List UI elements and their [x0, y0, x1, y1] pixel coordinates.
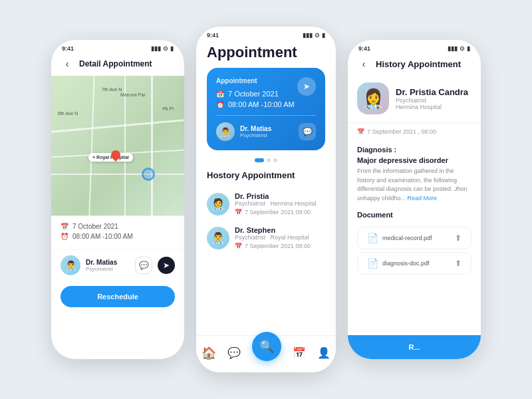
file-name-2: diagnosis-doc.pdf: [382, 260, 430, 267]
doctor-name: Dr. Matias: [86, 259, 135, 266]
dot-2: [267, 158, 271, 162]
history-item-2[interactable]: 👨‍⚕️ Dr. Stephen Psychiatrist Royal Hosp…: [196, 221, 336, 255]
map-road: [88, 76, 94, 215]
search-button[interactable]: 🔍: [252, 332, 281, 361]
history-date-row-2: 📅 7 September 2021 08:00: [235, 243, 325, 249]
history-section-title: Hostory Appointment: [196, 170, 336, 187]
card-clock-icon: ⏰: [216, 101, 224, 108]
p1-title: Detail Appointment: [79, 59, 152, 68]
card-doc-name: Dr. Matias: [240, 125, 271, 132]
phone-appointment: 9:41 ▮▮▮ ⊙ ▮ Appointment Appointment 📅 7…: [196, 27, 336, 372]
document-item-2[interactable]: 📄 diagnosis-doc.pdf ⬆: [357, 252, 471, 275]
nav-calendar[interactable]: 📅: [293, 346, 306, 359]
p3-document-section: Document: [348, 205, 481, 224]
card-doc-avatar: 👨‍⚕️: [216, 122, 235, 141]
card-time-row: ⏰ 08:00 AM -10:00 AM: [216, 100, 316, 108]
p3-date-row: 📅 7 September 2021 , 08:00: [348, 123, 481, 140]
p3-calendar-icon: 📅: [357, 128, 364, 135]
home-icon: 🏠: [201, 346, 216, 360]
nav-home[interactable]: 🏠: [201, 346, 216, 360]
file-icon-2: 📄: [367, 258, 378, 269]
hist-calendar-icon-2: 📅: [235, 243, 242, 249]
document-item-1[interactable]: 📄 medical-record.pdf ⬆: [357, 227, 471, 249]
p3-doctor-details: Dr. Pristia Candra Psychiatrist Hermina …: [396, 87, 468, 110]
chat-icon: 💬: [227, 346, 241, 359]
history-item-1[interactable]: 🧑‍⚕️ Dr. Pristia Psychiatrist Hermina Ho…: [196, 187, 336, 221]
history-avatar-2: 👨‍⚕️: [207, 227, 229, 249]
status-bar-1: 9:41 ▮▮▮ ⊙ ▮: [51, 40, 184, 55]
history-name-1: Dr. Pristia: [235, 192, 325, 200]
time-row: ⏰ 08:00 AM -10:00 AM: [61, 233, 175, 240]
diagnosis-text: From the information gathered in the his…: [357, 167, 471, 203]
map-road: [151, 76, 153, 215]
p3-header: ‹ History Appointment: [348, 55, 481, 77]
nav-chat[interactable]: 💬: [227, 346, 241, 359]
card-time: 08:00 AM -10:00 AM: [228, 100, 295, 108]
status-icons-2: ▮▮▮ ⊙ ▮: [303, 32, 325, 39]
card-calendar-icon: 📅: [216, 90, 224, 98]
history-spec-1: Psychiatrist Hermina Hospital: [235, 200, 325, 207]
card-date: 7 October 2021: [228, 90, 279, 98]
doctor-info: Dr. Matias Psychiatrist: [86, 259, 135, 272]
appointment-date: 7 October 2021: [72, 223, 118, 230]
direction-button[interactable]: ➤: [158, 257, 175, 274]
doctor-avatar: 👨‍⚕️: [61, 255, 80, 275]
status-bar-2: 9:41 ▮▮▮ ⊙ ▮: [196, 27, 336, 41]
appointment-card: Appointment 📅 7 October 2021 ⏰ 08:00 AM …: [207, 68, 325, 150]
reschedule-button[interactable]: Reschedule: [61, 286, 175, 307]
card-message-button[interactable]: 💬: [299, 123, 316, 140]
status-icons-1: ▮▮▮ ⊙ ▮: [151, 45, 174, 52]
message-button[interactable]: 💬: [135, 257, 152, 274]
card-doctor-row: 👨‍⚕️ Dr. Matias Psychiatrist 💬: [216, 115, 316, 141]
history-avatar-1: 🧑‍⚕️: [207, 193, 229, 215]
p2-header: Appointment: [196, 41, 336, 68]
map-dot: [142, 168, 155, 181]
card-doc-info: 👨‍⚕️ Dr. Matias Psychiatrist: [216, 122, 271, 141]
phone-history-appointment: 9:41 ▮▮▮ ⊙ ▮ ‹ History Appointment 👩‍⚕️ …: [348, 40, 481, 359]
card-doc-spec: Psychiatrist: [240, 132, 271, 138]
map-label: 7th Ave N: [102, 87, 122, 92]
doc-file-left-2: 📄 diagnosis-doc.pdf: [367, 258, 430, 269]
map-road: [51, 174, 184, 175]
card-dots: [196, 158, 336, 162]
appointment-info-card: 📅 7 October 2021 ⏰ 08:00 AM -10:00 AM: [51, 215, 184, 249]
map-label: 6th Ave N: [58, 111, 78, 116]
status-time-3: 9:41: [358, 45, 370, 52]
phone-detail-appointment: 9:41 ▮▮▮ ⊙ ▮ ‹ Detail Appointment 7th Av…: [51, 40, 184, 359]
status-time-2: 9:41: [207, 32, 219, 39]
back-button[interactable]: ‹: [61, 57, 74, 70]
p3-doctor-card: 👩‍⚕️ Dr. Pristia Candra Psychiatrist Her…: [348, 77, 481, 123]
download-icon-2[interactable]: ⬆: [455, 259, 462, 268]
p3-doctor-avatar: 👩‍⚕️: [357, 82, 389, 114]
p3-reschedule-button[interactable]: R...: [348, 335, 481, 359]
download-icon-1[interactable]: ⬆: [455, 233, 462, 243]
calendar-nav-icon: 📅: [293, 346, 306, 359]
doc-file-left-1: 📄 medical-record.pdf: [367, 233, 432, 243]
map-label: Marconi Par: [120, 92, 146, 97]
history-info-1: Dr. Pristia Psychiatrist Hermina Hospita…: [235, 192, 325, 215]
nav-profile[interactable]: 👤: [317, 346, 331, 359]
dot-1: [255, 158, 264, 162]
p3-diagnosis-section: Diagnosis : Major depressive disorder Fr…: [348, 140, 481, 205]
map-road: [51, 119, 184, 132]
p3-doctor-name: Dr. Pristia Candra: [396, 87, 468, 97]
map-area: 7th Ave N 6th Ave N Marconi Par Pk Pl + …: [51, 76, 184, 215]
date-row: 📅 7 October 2021: [61, 223, 175, 230]
history-date-2: 7 September 2021 08:00: [245, 243, 311, 249]
card-arrow-button[interactable]: ➤: [297, 77, 316, 96]
file-name-1: medical-record.pdf: [382, 235, 432, 241]
p2-page-title: Appointment: [207, 44, 325, 61]
read-more-link[interactable]: Read More: [408, 195, 438, 201]
history-name-2: Dr. Stephen: [235, 226, 325, 234]
status-time-1: 9:41: [62, 45, 74, 52]
history-spec-2: Psychiatrist Royal Hospital: [235, 234, 325, 241]
search-icon: 🔍: [259, 339, 274, 354]
history-date-row-1: 📅 7 September 2021 08:00: [235, 209, 325, 215]
p1-header: ‹ Detail Appointment: [51, 55, 184, 76]
p3-back-button[interactable]: ‹: [357, 57, 370, 70]
p3-doctor-hospital: Hermina Hospital: [396, 104, 468, 110]
map-background: 7th Ave N 6th Ave N Marconi Par Pk Pl + …: [51, 76, 184, 215]
hist-calendar-icon-1: 📅: [235, 209, 242, 215]
p3-doctor-spec: Psychiatrist: [396, 97, 468, 104]
nav-search[interactable]: 🔍: [252, 345, 281, 361]
